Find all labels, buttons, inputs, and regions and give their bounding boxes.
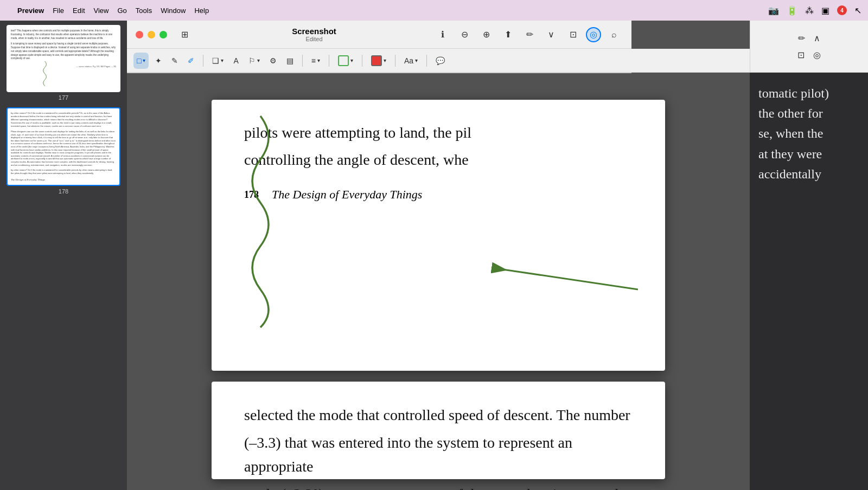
text-button[interactable]: A — [230, 53, 241, 69]
right-toolbar-icons-2: ⊡ ◎ — [795, 48, 823, 62]
right-overflow-text: tomatic pilot) the other for se, when th… — [750, 73, 868, 195]
maximize-button[interactable] — [159, 31, 167, 38]
notification-badge[interactable]: 4 — [837, 5, 847, 15]
grid-icon[interactable]: ⁂ — [805, 5, 814, 16]
close-button[interactable] — [136, 31, 143, 38]
window-titlebar: ⊞ Screenshot Edited ℹ ⊖ ⊕ ⬆ ✏ ∨ ⊡ ◎ ⌕ — [127, 21, 631, 73]
thumbnail-item-177[interactable]: test? This happens when one controls and… — [4, 25, 123, 103]
titlebar: ⊞ Screenshot Edited ℹ ⊖ ⊕ ⬆ ✏ ∨ ⊡ ◎ ⌕ — [127, 21, 631, 49]
separator-1 — [203, 55, 203, 67]
airplay-icon[interactable]: ▣ — [821, 5, 829, 16]
right-toolbar-icons: ✏ ∧ — [796, 31, 822, 46]
zoom-out-button[interactable]: ⊖ — [456, 27, 473, 42]
page-text-line2: controlling the angle of descent, whe — [244, 149, 633, 171]
layout-button[interactable]: ▤ — [283, 53, 297, 69]
menu-go[interactable]: Go — [117, 7, 126, 15]
separator-4 — [362, 55, 362, 67]
lines-button[interactable]: ≡ ▾ — [308, 53, 323, 69]
selection-icon: □ — [137, 56, 141, 65]
separator-2 — [302, 55, 303, 67]
highlight-right-icon[interactable]: ◎ — [811, 48, 823, 62]
page-number-line: 178 The Design of Everyday Things — [244, 188, 633, 202]
window-controls — [136, 31, 167, 38]
page-num-display: 178 — [244, 189, 259, 201]
page-document-bottom: selected the mode that controlled speed … — [212, 382, 665, 479]
menu-tools[interactable]: Tools — [136, 7, 152, 15]
selection-tool-button[interactable]: □ ▾ — [133, 53, 149, 69]
book-title: The Design of Everyday Things — [272, 188, 422, 202]
font-icon: Aa — [404, 56, 413, 65]
signature-button[interactable]: ⚐ ▾ — [245, 53, 263, 69]
search-button[interactable]: ⌕ — [605, 27, 623, 42]
chevron-icon[interactable]: ∧ — [812, 31, 822, 46]
border-dropdown-icon: ▾ — [350, 57, 353, 63]
font-button[interactable]: Aa ▾ — [401, 53, 421, 69]
toolbar-icons: ℹ ⊖ ⊕ ⬆ ✏ ∨ ⊡ ◎ ⌕ — [434, 27, 623, 42]
info-button[interactable]: ℹ — [434, 27, 451, 42]
right-toolbar: ✏ ∧ ⊡ ◎ — [750, 21, 868, 73]
magic-select-button[interactable]: ✦ — [152, 53, 165, 69]
thumbnail-sidebar: test? This happens when one controls and… — [0, 21, 127, 490]
title-section: Screenshot Edited — [194, 27, 434, 42]
app-name[interactable]: Preview — [17, 7, 44, 15]
markup-dropdown-button[interactable]: ∨ — [542, 27, 560, 42]
green-wavy-line — [40, 31, 73, 91]
page-document-top: pilots were attempting to land, the pil … — [212, 100, 665, 371]
shapes-icon: ❑ — [212, 56, 219, 65]
battery-icon[interactable]: 🔋 — [787, 5, 797, 16]
menu-help[interactable]: Help — [194, 7, 209, 15]
right-dark-area — [750, 195, 868, 490]
menubar-right-icons: 📷 🔋 ⁂ ▣ 4 ↖ — [768, 5, 861, 16]
menu-view[interactable]: View — [94, 7, 109, 15]
border-style-preview — [338, 55, 349, 66]
right-panel: ✏ ∧ ⊡ ◎ tomatic pilot) the other for se,… — [750, 21, 868, 490]
markup-button[interactable]: ✏ — [521, 27, 538, 42]
main-layout: test? This happens when one controls and… — [0, 21, 868, 490]
color-preview — [371, 55, 382, 66]
pen-tool-button[interactable]: ✐ — [184, 53, 197, 69]
menu-window[interactable]: Window — [161, 7, 186, 15]
camera-icon[interactable]: 📷 — [768, 5, 779, 16]
thumbnail-preview-178: by other means? Or if the mode is mainta… — [7, 107, 120, 186]
border-style-button[interactable]: ▾ — [335, 53, 356, 69]
page-number-177: 177 — [59, 94, 68, 101]
overflow-line-4: at they were — [758, 144, 859, 164]
separator-6 — [426, 55, 427, 67]
menu-edit[interactable]: Edit — [73, 7, 85, 15]
freehand-button[interactable]: ✎ — [168, 53, 181, 69]
bottom-text-1: selected the mode that controlled speed … — [244, 403, 633, 427]
pencil-icon[interactable]: ✏ — [796, 31, 807, 46]
separator-3 — [329, 55, 329, 67]
main-content-area: ⊞ Screenshot Edited ℹ ⊖ ⊕ ⬆ ✏ ∨ ⊡ ◎ ⌕ — [127, 21, 750, 490]
signature-dropdown-icon: ▾ — [257, 57, 260, 63]
bottom-text-3: angle (–3.3°) was too steep a rate of de… — [244, 482, 633, 490]
highlight-button[interactable]: ◎ — [586, 27, 601, 42]
menu-file[interactable]: File — [53, 7, 64, 15]
menubar: Preview File Edit View Go Tools Window H… — [0, 0, 868, 21]
shapes-button[interactable]: ❑ ▾ — [209, 53, 227, 69]
page-text-main: pilots were attempting to land, the pil — [244, 121, 633, 144]
document-title: Screenshot — [292, 27, 336, 36]
bottom-text-2: (–3.3) that was entered into the system … — [244, 431, 633, 478]
cursor-icon[interactable]: ↖ — [854, 5, 861, 16]
share-button[interactable]: ⬆ — [499, 27, 516, 42]
page-number-178: 178 — [59, 188, 68, 195]
separator-5 — [395, 55, 395, 67]
adjust-button[interactable]: ⚙ — [266, 53, 280, 69]
overflow-line-2: the other for — [758, 104, 859, 124]
crop-right-icon[interactable]: ⊡ — [795, 48, 807, 62]
overflow-line-3: se, when the — [758, 124, 859, 144]
thumbnail-content-178: by other means? Or if the mode is mainta… — [8, 108, 119, 185]
sidebar-toggle-button[interactable]: ⊞ — [176, 27, 193, 42]
zoom-in-button[interactable]: ⊕ — [477, 27, 495, 42]
selection-dropdown-icon: ▾ — [143, 57, 145, 63]
lines-icon: ≡ — [311, 56, 316, 65]
crop-button[interactable]: ⊡ — [564, 27, 582, 42]
thumbnail-content-177: test? This happens when one controls and… — [8, 26, 119, 91]
color-button[interactable]: ▾ — [368, 53, 390, 69]
thumbnail-item-178[interactable]: by other means? Or if the mode is mainta… — [4, 107, 123, 197]
color-dropdown-icon: ▾ — [384, 57, 386, 63]
comment-button[interactable]: 💬 — [432, 53, 448, 69]
signature-icon: ⚐ — [248, 56, 256, 65]
minimize-button[interactable] — [148, 31, 155, 38]
